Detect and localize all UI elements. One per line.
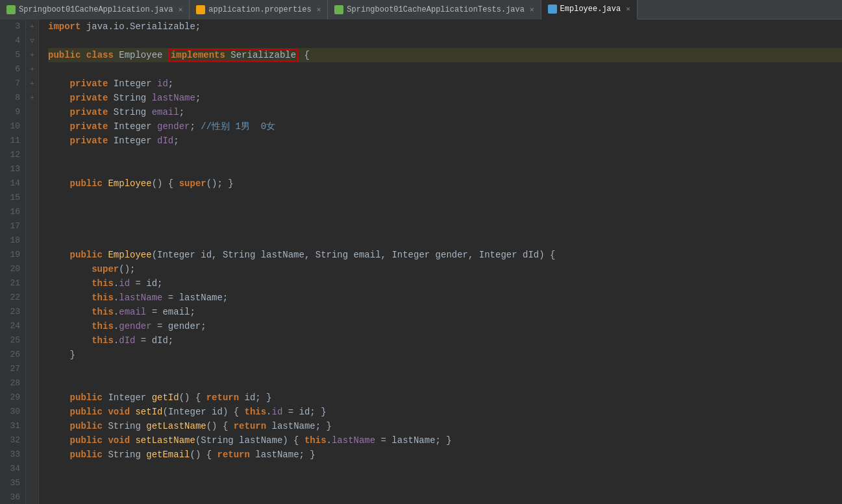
code-line-7: private Integer id; [48,77,842,91]
code-line-14: public Employee() { super(); } [48,176,842,191]
gutter: + ▽ + + + + [26,19,39,504]
code-line-20: super(); [48,262,842,276]
springboot-test-icon [334,5,343,14]
code-line-18 [48,234,842,248]
code-area: 3 4 5 6 7 8 9 10 11 12 13 14 15 16 17 18… [0,19,842,504]
code-line-4 [48,34,842,48]
code-content[interactable]: import java.io.Serializable; public clas… [42,19,842,504]
code-line-22: this.lastName = lastName; [48,291,842,305]
code-line-6 [48,62,842,77]
tab-application-properties[interactable]: application.properties ✕ [190,0,328,19]
line-numbers: 3 4 5 6 7 8 9 10 11 12 13 14 15 16 17 18… [0,19,26,504]
springboot-icon [6,5,16,14]
tab3-close-icon[interactable]: ✕ [530,5,534,14]
code-line-19: public Employee(Integer id, String lastN… [48,248,842,262]
code-line-24: this.gender = gender; [48,319,842,333]
tab-employee[interactable]: Employee.java ✕ [541,0,638,19]
java-blue-icon [548,5,557,14]
code-line-16 [48,205,842,219]
properties-icon [196,5,205,14]
tab4-label: Employee.java [560,5,621,14]
code-line-15 [48,191,842,205]
tab3-label: Springboot01CacheApplicationTests.java [347,5,525,14]
tab-springboot01cachetests[interactable]: Springboot01CacheApplicationTests.java ✕ [328,0,541,19]
code-line-31: public String getLastName() { return las… [48,419,842,433]
code-line-28 [48,376,842,390]
code-line-11: private Integer dId; [48,134,842,148]
code-line-32: public void setLastName(String lastName)… [48,433,842,448]
tab1-close-icon[interactable]: ✕ [179,5,183,14]
code-line-33: public String getEmail() { return lastNa… [48,448,842,462]
tab-springboot01cache[interactable]: Springboot01CacheApplication.java ✕ [0,0,190,19]
tab2-label: application.properties [208,5,311,14]
code-line-29: public Integer getId() { return id; } [48,390,842,405]
code-line-9: private String email; [48,105,842,119]
code-line-12 [48,148,842,162]
tab-bar: Springboot01CacheApplication.java ✕ appl… [0,0,842,19]
code-line-10: private Integer gender; //性别 1男 0女 [48,119,842,134]
code-line-17 [48,219,842,234]
code-line-25: this.dId = dId; [48,333,842,348]
tab4-close-icon[interactable]: ✕ [626,5,630,13]
tab2-close-icon[interactable]: ✕ [317,5,321,14]
code-line-27 [48,362,842,376]
code-line-8: private String lastName; [48,91,842,105]
code-line-23: this.email = email; [48,305,842,319]
code-line-5: public class Employee implements Seriali… [48,48,842,62]
code-line-13 [48,162,842,176]
code-line-30: public void setId(Integer id) { this.id … [48,405,842,419]
code-line-26: } [48,348,842,362]
tab1-label: Springboot01CacheApplication.java [19,5,173,14]
code-line-21: this.id = id; [48,276,842,291]
code-line-3: import java.io.Serializable; [48,19,842,34]
